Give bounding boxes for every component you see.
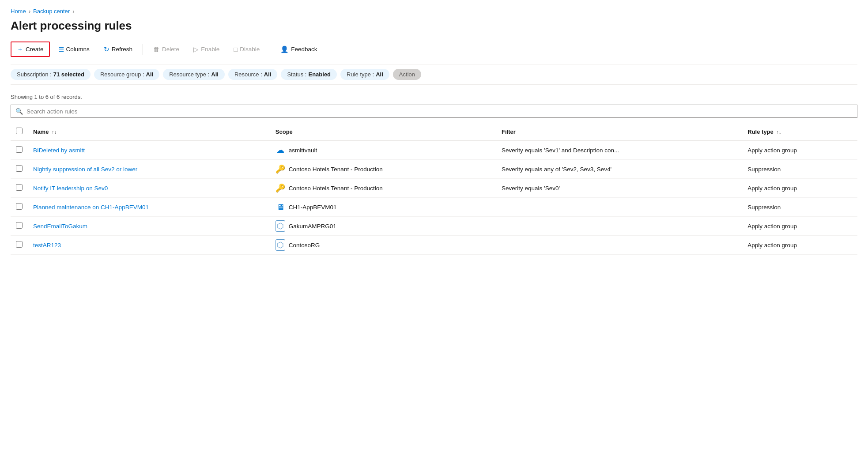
column-filter: Filter: [496, 123, 742, 140]
row-checkbox-cell: [11, 179, 28, 198]
enable-icon: ▷: [193, 45, 199, 53]
filter-pill[interactable]: Resource group :All: [94, 69, 159, 80]
row-checkbox[interactable]: [16, 146, 23, 153]
select-all-checkbox[interactable]: [16, 128, 23, 134]
row-checkbox[interactable]: [16, 241, 23, 248]
refresh-button[interactable]: ↻ Refresh: [98, 42, 138, 57]
rule-name-link[interactable]: SendEmailToGakum: [33, 223, 87, 230]
column-scope: Scope: [270, 123, 496, 140]
disable-icon: □: [234, 45, 238, 53]
row-name: Nightly suppression of all Sev2 or lower: [28, 160, 270, 179]
row-name: testAR123: [28, 236, 270, 255]
toolbar: ＋ Create ☰ Columns ↻ Refresh 🗑 Delete ▷ …: [11, 41, 857, 57]
filter-bar: Subscription :71 selectedResource group …: [11, 64, 857, 85]
feedback-icon: 👤: [280, 45, 289, 53]
row-scope: ⬡ ContosoRG: [270, 236, 496, 255]
table-row: SendEmailToGakum ⬡ GakumAMPRG01 Apply ac…: [11, 217, 857, 236]
rule-name-link[interactable]: Notify IT leadership on Sev0: [33, 185, 108, 192]
row-scope: ☁ asmittvault: [270, 140, 496, 160]
row-name: SendEmailToGakum: [28, 217, 270, 236]
page-title: Alert processing rules: [11, 19, 857, 33]
search-icon: 🔍: [15, 108, 23, 115]
breadcrumb-backup-center[interactable]: Backup center: [33, 8, 70, 15]
table-row: Nightly suppression of all Sev2 or lower…: [11, 160, 857, 179]
table-row: BIDeleted by asmitt ☁ asmittvault Severi…: [11, 140, 857, 160]
row-name: Notify IT leadership on Sev0: [28, 179, 270, 198]
breadcrumb: Home › Backup center ›: [11, 8, 857, 15]
columns-icon: ☰: [58, 45, 64, 53]
scope-icon: 🔑: [275, 183, 285, 193]
filter-pill[interactable]: Resource type :All: [163, 69, 225, 80]
row-scope: 🖥 CH1-AppBEVM01: [270, 198, 496, 217]
filter-pill[interactable]: Rule type :All: [340, 69, 389, 80]
row-filter: [496, 198, 742, 217]
scope-icon: ⬡: [275, 221, 285, 231]
row-checkbox[interactable]: [16, 165, 23, 172]
row-scope: ⬡ GakumAMPRG01: [270, 217, 496, 236]
row-checkbox-cell: [11, 160, 28, 179]
column-name: Name ↑↓: [28, 123, 270, 140]
row-filter: [496, 236, 742, 255]
row-name: BIDeleted by asmitt: [28, 140, 270, 160]
row-name: Planned maintenance on CH1-AppBEVM01: [28, 198, 270, 217]
search-input[interactable]: [26, 108, 853, 115]
table-row: Planned maintenance on CH1-AppBEVM01 🖥 C…: [11, 198, 857, 217]
row-checkbox-cell: [11, 140, 28, 160]
separator-2: [270, 44, 270, 55]
row-filter: Severity equals 'Sev0': [496, 179, 742, 198]
scope-icon: 🔑: [275, 164, 285, 174]
rule-name-link[interactable]: testAR123: [33, 242, 61, 249]
scope-icon: ⬡: [275, 240, 285, 250]
search-box: 🔍: [11, 105, 857, 118]
create-button[interactable]: ＋ Create: [11, 41, 50, 57]
enable-button[interactable]: ▷ Enable: [188, 42, 225, 57]
filter-pill[interactable]: Subscription :71 selected: [11, 69, 91, 80]
row-rule-type: Suppression: [742, 198, 857, 217]
columns-button[interactable]: ☰ Columns: [53, 42, 95, 57]
delete-icon: 🗑: [153, 45, 160, 53]
row-filter: Severity equals any of 'Sev2, Sev3, Sev4…: [496, 160, 742, 179]
row-checkbox[interactable]: [16, 184, 23, 191]
rule-name-link[interactable]: Planned maintenance on CH1-AppBEVM01: [33, 204, 149, 211]
filter-pill[interactable]: Status :Enabled: [281, 69, 337, 80]
row-rule-type: Apply action group: [742, 217, 857, 236]
name-sort-icon[interactable]: ↑↓: [52, 129, 57, 135]
row-checkbox-cell: [11, 236, 28, 255]
table-header-row: Name ↑↓ Scope Filter Rule type ↑↓: [11, 123, 857, 140]
row-filter: Severity equals 'Sev1' and Description c…: [496, 140, 742, 160]
row-rule-type: Apply action group: [742, 140, 857, 160]
row-checkbox[interactable]: [16, 222, 23, 229]
rule-name-link[interactable]: Nightly suppression of all Sev2 or lower: [33, 166, 137, 173]
filter-pill[interactable]: Resource :All: [228, 69, 278, 80]
rule-type-sort-icon[interactable]: ↑↓: [776, 129, 781, 135]
select-all-column: [11, 123, 28, 140]
row-rule-type: Apply action group: [742, 236, 857, 255]
row-checkbox-cell: [11, 217, 28, 236]
row-rule-type: Suppression: [742, 160, 857, 179]
row-filter: [496, 217, 742, 236]
plus-icon: ＋: [17, 45, 23, 53]
rule-name-link[interactable]: BIDeleted by asmitt: [33, 147, 85, 154]
records-info: Showing 1 to 6 of 6 records.: [11, 94, 857, 100]
separator-1: [143, 44, 143, 55]
table-row: testAR123 ⬡ ContosoRG Apply action group: [11, 236, 857, 255]
disable-button[interactable]: □ Disable: [228, 42, 265, 56]
row-checkbox[interactable]: [16, 203, 23, 210]
scope-icon: 🖥: [275, 202, 285, 212]
rules-table: Name ↑↓ Scope Filter Rule type ↑↓ BIDele…: [11, 123, 857, 255]
row-scope: 🔑 Contoso Hotels Tenant - Production: [270, 160, 496, 179]
row-rule-type: Apply action group: [742, 179, 857, 198]
table-row: Notify IT leadership on Sev0 🔑 Contoso H…: [11, 179, 857, 198]
refresh-icon: ↻: [104, 45, 109, 53]
scope-icon: ☁: [275, 145, 285, 155]
breadcrumb-home[interactable]: Home: [11, 8, 26, 15]
action-filter[interactable]: Action: [393, 69, 421, 80]
column-rule-type: Rule type ↑↓: [742, 123, 857, 140]
delete-button[interactable]: 🗑 Delete: [147, 42, 185, 56]
feedback-button[interactable]: 👤 Feedback: [275, 42, 323, 57]
row-scope: 🔑 Contoso Hotels Tenant - Production: [270, 179, 496, 198]
row-checkbox-cell: [11, 198, 28, 217]
